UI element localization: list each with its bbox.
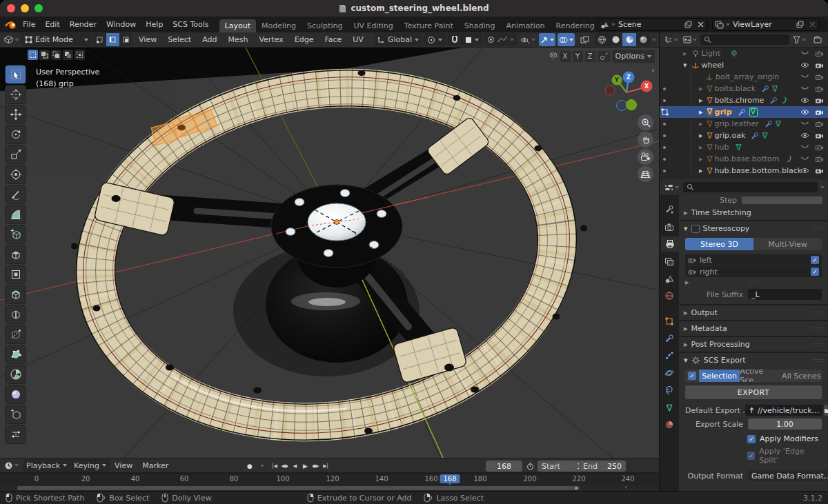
outliner-row-hub[interactable]: ▸ ∇ hub ∇ [660,141,828,153]
menu-window[interactable]: Window [101,17,141,32]
next-keyframe-button[interactable]: ◆▶ [310,461,320,472]
menu-file[interactable]: File [18,17,40,32]
render-camera-icon[interactable] [815,62,824,69]
stereo-left-checkbox[interactable]: ✓ [811,256,819,264]
playhead-badge[interactable]: 168 [440,474,460,483]
playback-menu[interactable]: Playback [23,459,70,472]
workspace-tab-uv-editing[interactable]: UV Editing [348,19,398,32]
render-camera-icon[interactable] [815,132,824,139]
menu-edge[interactable]: Edge [290,32,319,48]
multi-view-tab[interactable]: Multi-View [753,238,822,250]
material-preview-shading-button[interactable] [622,33,636,46]
menu-select[interactable]: Select [163,32,196,48]
tab-output[interactable] [661,236,679,252]
menu-mesh[interactable]: Mesh [223,32,253,48]
object-name[interactable]: grip.leather [715,119,759,128]
hide-eye-closed-icon[interactable] [800,74,809,80]
workspace-tab-layout[interactable]: Layout [219,19,256,32]
disable-render-camera-icon[interactable] [815,74,824,81]
object-name[interactable]: hub [715,143,729,152]
stereo-3d-tab[interactable]: Stereo 3D [685,238,753,250]
mode-dropdown[interactable]: Edit Mode [21,33,92,46]
use-preview-range-button[interactable] [524,461,536,472]
tab-render[interactable] [660,219,679,234]
outliner-row-bolts-black[interactable]: ▸ ∇ bolts.black ∇ [660,83,828,94]
new-collection-button[interactable] [809,33,825,46]
viewport-3d[interactable]: wheel X Y Z Options User Perspective (16… [0,48,659,458]
hide-eye-closed-icon[interactable] [800,50,809,57]
export-button[interactable]: EXPORT [685,385,822,399]
eye-open-icon[interactable] [800,97,809,103]
properties-editor-type-button[interactable] [663,181,680,194]
drag-dots-icon[interactable]: ∷∷ [814,310,823,316]
eye-open-icon[interactable] [800,62,809,68]
workspace-tab-rendering[interactable]: Rendering [551,19,600,32]
select-mode-extend-button[interactable] [39,50,50,60]
output-format-dropdown[interactable]: Game Data Format,... [748,470,828,481]
stereoscopy-checkbox[interactable] [691,225,700,233]
tool-knife-button[interactable] [6,325,26,343]
scene-selector[interactable]: Scene [598,18,708,31]
tool-move-button[interactable] [6,105,26,123]
tab-view-layer[interactable] [660,254,679,269]
eye-open-icon[interactable] [800,168,809,174]
outliner-row-bolts-chrome[interactable]: ▸ ∇ bolts.chrome [660,94,828,106]
expand-icon[interactable]: ▸ [699,154,703,163]
object-type-visibility-button[interactable] [519,33,537,46]
tool-loop-cut-button[interactable] [6,305,26,323]
tool-add-cube-button[interactable] [6,225,26,243]
expand-icon[interactable]: ▸ [699,84,703,93]
viewlayer-selector[interactable]: ViewLayer [712,18,820,31]
outliner-row-grip-oak[interactable]: ▸ ∇ grip.oak ∇ [660,130,828,141]
object-name[interactable]: bolts.black [715,84,756,93]
toggle-ortho-button[interactable] [638,166,653,182]
panel-scs-export[interactable]: ▾ SCS Export ∷∷ [679,353,828,367]
pan-view-button[interactable] [638,132,653,148]
object-name[interactable]: wheel [702,61,724,70]
step-slider[interactable] [742,196,822,204]
disable-render-camera-icon[interactable] [815,50,824,57]
menu-uv[interactable]: UV [348,32,368,48]
stereo-left-row[interactable]: left ✓ [685,254,822,265]
object-name[interactable]: grip [715,108,732,117]
stereo-right-row[interactable]: right ✓ [685,266,822,277]
previous-keyframe-button[interactable]: ◀◆ [279,461,289,472]
disable-render-camera-icon[interactable] [815,156,824,163]
remove-viewlayer-icon[interactable] [806,21,819,28]
mirror-x-button[interactable]: X [560,51,571,62]
outliner-row-grip[interactable]: ▸ ∇ grip ∇ [660,106,828,118]
show-gizmo-button[interactable] [539,33,555,46]
show-overlays-button[interactable] [558,33,575,46]
scene-name[interactable]: Scene [615,20,682,29]
transform-orientation-dropdown[interactable]: Global [374,33,422,46]
tab-material[interactable] [660,417,679,432]
scrollbar-thumb[interactable] [17,486,580,490]
gizmo-neg-y[interactable] [627,100,637,110]
select-mode-set-button[interactable] [28,50,38,60]
tool-measure-button[interactable] [6,205,26,223]
expand-icon[interactable]: ▸ [699,166,703,175]
panel-output[interactable]: ▸ Output ∷∷ [679,305,828,320]
hide-eye-closed-icon[interactable] [800,156,809,162]
outliner-row-wheel[interactable]: ▾ wheel [660,59,828,71]
tab-modifiers[interactable] [660,331,679,346]
end-frame-field[interactable]: End250 [579,461,626,472]
select-mode-subtract-button[interactable] [51,50,61,60]
select-mode-invert-button[interactable] [63,50,73,60]
drag-dots-icon[interactable]: ∷∷ [814,325,823,332]
keying-set-caret-icon[interactable] [258,461,266,472]
tab-physics[interactable] [660,365,679,381]
object-name[interactable]: hub.base.bottom [715,154,780,163]
drag-dots-icon[interactable]: ∷∷ [814,225,823,232]
outliner-row-hub-base-bottom[interactable]: ▸ ∇ hub.base.bottom [660,153,828,165]
new-viewlayer-icon[interactable] [794,21,806,28]
object-name[interactable]: Light [702,49,720,58]
tool-transform-button[interactable] [6,165,26,183]
toggle-xray-button[interactable] [577,33,593,46]
pivot-point-dropdown[interactable] [424,33,446,46]
eye-open-icon[interactable] [800,109,809,115]
keying-menu[interactable]: Keying [70,459,110,472]
timeline-menu-marker[interactable]: Marker [137,458,173,474]
tab-particles[interactable] [660,348,679,363]
viewlayer-name[interactable]: ViewLayer [730,20,794,29]
